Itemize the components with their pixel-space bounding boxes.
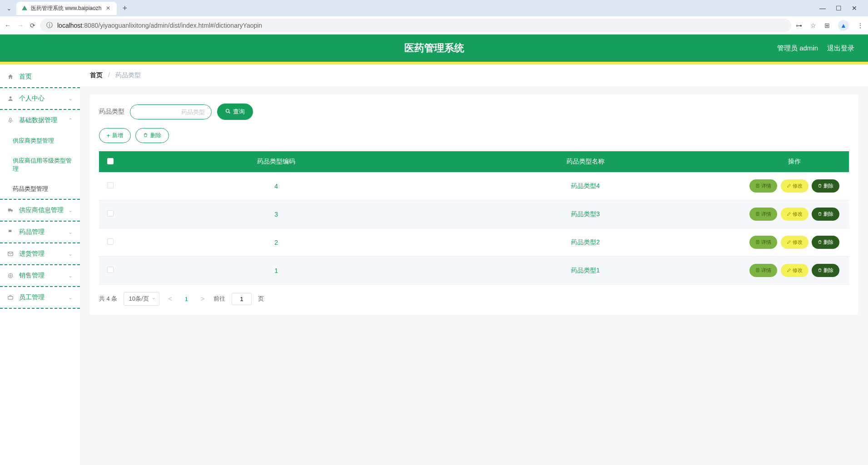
edit-icon: [787, 268, 791, 273]
sidebar-item-label: 销售管理: [19, 272, 45, 280]
search-icon: [225, 109, 231, 115]
home-icon: [7, 74, 15, 80]
delete-label: 删除: [823, 183, 833, 189]
close-icon[interactable]: ✕: [104, 5, 112, 11]
detail-label: 详情: [761, 239, 771, 246]
sidebar-item-label: 供应商信息管理: [19, 206, 64, 214]
search-button[interactable]: 查询: [217, 104, 253, 120]
forward-icon[interactable]: →: [17, 22, 24, 29]
add-button[interactable]: + 新增: [99, 128, 131, 143]
close-window-icon[interactable]: ✕: [852, 5, 857, 12]
extensions-icon[interactable]: ⊞: [824, 22, 830, 29]
sidebar-home[interactable]: 首页: [0, 66, 80, 88]
sidebar-item-supplier-info[interactable]: 供应商信息管理 ⌄: [0, 200, 80, 222]
cell-operations: 详情 修改 删除: [740, 200, 849, 228]
search-input[interactable]: [130, 104, 212, 119]
app-header: 医药管理系统 管理员 admin 退出登录: [0, 35, 868, 62]
row-edit-button[interactable]: 修改: [781, 208, 808, 221]
row-detail-button[interactable]: 详情: [749, 236, 777, 249]
table-row: 1 药品类型1 详情 修改 删除: [99, 257, 849, 285]
delete-label: 删除: [823, 239, 833, 246]
goto-input[interactable]: [232, 293, 252, 305]
password-icon[interactable]: ⊶: [796, 22, 802, 29]
row-delete-button[interactable]: 删除: [812, 179, 839, 193]
sidebar-item-basedata[interactable]: 基础数据管理 ⌃: [0, 110, 80, 131]
back-icon[interactable]: ←: [5, 22, 11, 29]
breadcrumb-home[interactable]: 首页: [90, 71, 103, 79]
submenu-drug-type[interactable]: 药品类型管理: [0, 179, 80, 199]
browser-tab[interactable]: 医药管理系统 www.baipiaozh ✕: [16, 2, 117, 15]
row-edit-button[interactable]: 修改: [781, 264, 808, 277]
document-icon: [755, 183, 760, 189]
row-detail-button[interactable]: 详情: [749, 179, 777, 193]
nav-buttons: ← → ⟳: [5, 22, 35, 29]
logout-link[interactable]: 退出登录: [827, 44, 854, 53]
search-row: 药品类型 查询: [99, 104, 849, 120]
app-title: 医药管理系统: [404, 41, 464, 55]
prev-page-button[interactable]: <: [166, 295, 175, 302]
trash-icon: [818, 240, 822, 245]
trash-icon: [143, 133, 148, 139]
edit-label: 修改: [793, 239, 803, 246]
edit-icon: [787, 212, 791, 217]
site-info-icon[interactable]: ⓘ: [46, 21, 53, 30]
page-number[interactable]: 1: [181, 296, 192, 302]
cell-operations: 详情 修改 删除: [740, 257, 849, 285]
truck-icon: [7, 207, 15, 213]
profile-avatar[interactable]: ▲: [838, 20, 849, 31]
trash-icon: [818, 212, 822, 217]
new-tab-button[interactable]: +: [119, 4, 131, 13]
search-button-label: 查询: [233, 108, 245, 116]
sidebar-home-label: 首页: [19, 73, 32, 81]
submenu-supplier-type[interactable]: 供应商类型管理: [0, 131, 80, 151]
select-all-checkbox[interactable]: [107, 158, 114, 164]
cell-code: 3: [122, 200, 431, 228]
row-checkbox[interactable]: [107, 182, 114, 188]
row-delete-button[interactable]: 删除: [812, 236, 839, 249]
sidebar-item-sales[interactable]: 销售管理 ⌄: [0, 265, 80, 287]
url-host: localhost: [57, 22, 82, 29]
header-code: 药品类型编码: [122, 151, 431, 172]
row-checkbox[interactable]: [107, 267, 114, 273]
sidebar-item-personal[interactable]: 个人中心 ⌄: [0, 88, 80, 110]
url-box[interactable]: ⓘ localhost:8080/yiyaoguanlixitong/admin…: [40, 19, 791, 32]
minimize-icon[interactable]: —: [819, 5, 826, 12]
submenu-supplier-credit[interactable]: 供应商信用等级类型管理: [0, 151, 80, 179]
chevron-down-icon: ⌄: [68, 294, 73, 301]
sidebar-item-label: 员工管理: [19, 293, 45, 302]
cell-code: 2: [122, 228, 431, 257]
bulk-delete-label: 删除: [150, 132, 161, 139]
tab-list-dropdown[interactable]: ⌄: [4, 5, 15, 12]
row-delete-button[interactable]: 删除: [812, 208, 839, 221]
row-checkbox[interactable]: [107, 210, 114, 217]
trash-icon: [818, 268, 822, 273]
row-detail-button[interactable]: 详情: [749, 264, 777, 277]
bulk-delete-button[interactable]: 删除: [135, 128, 169, 143]
row-detail-button[interactable]: 详情: [749, 208, 777, 221]
row-checkbox[interactable]: [107, 238, 114, 245]
current-user[interactable]: 管理员 admin: [777, 44, 818, 53]
mic-icon: [7, 117, 15, 124]
detail-label: 详情: [761, 211, 771, 218]
page-size-select[interactable]: 10条/页: [124, 292, 159, 306]
svg-point-2: [9, 211, 10, 212]
row-edit-button[interactable]: 修改: [781, 179, 808, 193]
row-delete-button[interactable]: 删除: [812, 264, 839, 277]
sidebar: 首页 个人中心 ⌄ 基础数据管理 ⌃ 供应商类型管理 供应商信用等级类型管理 药…: [0, 64, 80, 465]
menu-icon[interactable]: ⋮: [857, 22, 863, 29]
next-page-button[interactable]: >: [198, 295, 207, 302]
reload-icon[interactable]: ⟳: [30, 22, 35, 29]
sidebar-item-purchase[interactable]: 进货管理 ⌄: [0, 243, 80, 265]
row-edit-button[interactable]: 修改: [781, 236, 808, 249]
sidebar-item-staff[interactable]: 员工管理 ⌄: [0, 287, 80, 309]
search-label: 药品类型: [99, 108, 124, 116]
data-table: 药品类型编码 药品类型名称 操作 4 药品类型4 详情 修改 删除 3 药品类型…: [99, 151, 849, 285]
maximize-icon[interactable]: ☐: [836, 5, 842, 12]
add-button-label: 新增: [112, 132, 123, 139]
sidebar-item-drug[interactable]: 药品管理 ⌄: [0, 222, 80, 243]
breadcrumb-current: 药品类型: [115, 71, 141, 79]
document-icon: [755, 268, 760, 273]
header-right: 管理员 admin 退出登录: [777, 44, 854, 53]
bookmark-icon[interactable]: ☆: [810, 22, 816, 29]
plus-icon: +: [107, 133, 110, 139]
